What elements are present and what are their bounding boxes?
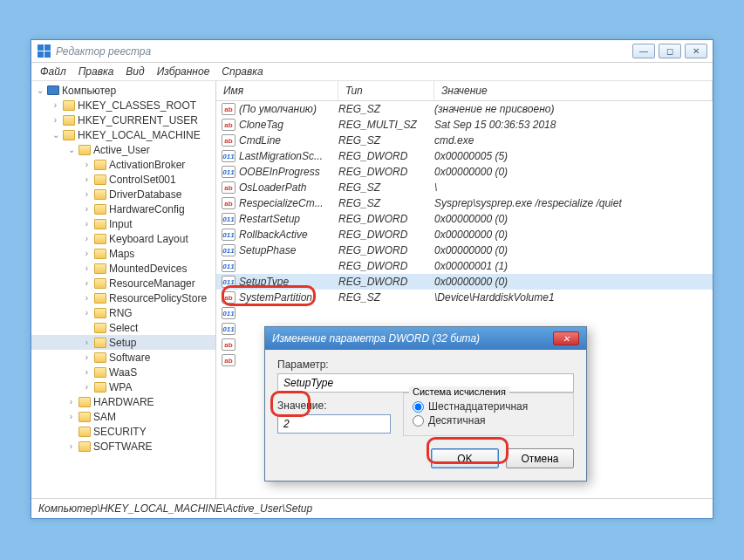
folder-icon [94,308,106,318]
value-input[interactable] [277,414,391,434]
chevron-icon[interactable]: › [82,263,92,273]
chevron-icon[interactable]: › [66,412,76,421]
titlebar: Редактор реестра — ◻ ✕ [31,40,713,63]
tree-item[interactable]: Select [31,320,215,335]
value-row[interactable]: abOsLoaderPathREG_SZ\ [216,180,713,195]
value-type: REG_SZ [338,197,434,209]
tree-item[interactable]: ›Input [31,216,215,231]
chevron-icon[interactable]: › [51,115,60,125]
value-row[interactable]: 011 [216,305,713,321]
tree-item[interactable]: ›ResourcePolicyStore [31,290,215,305]
chevron-down-icon[interactable]: ⌄ [35,85,44,95]
tree-root[interactable]: ⌄ Компьютер [31,83,215,98]
chevron-icon[interactable]: › [82,219,92,229]
tree-item[interactable]: ›HKEY_CURRENT_USER [31,113,215,127]
tree-item[interactable]: ›ResourceManager [31,276,215,290]
folder-icon [94,323,106,333]
tree-item[interactable]: ⌄HKEY_LOCAL_MACHINE [31,127,215,142]
menu-Справка[interactable]: Справка [222,65,263,78]
chevron-icon[interactable]: › [82,204,92,214]
value-row[interactable]: 011REG_DWORD0x00000001 (1) [216,258,713,274]
tree-item[interactable]: ›HardwareConfig [31,201,215,216]
tree-item[interactable]: ›DriverDatabase [31,187,215,201]
value-row[interactable]: 011SetupTypeREG_DWORD0x00000000 (0) [216,274,713,290]
value-data: 0x00000000 (0) [434,244,508,256]
radio-hex[interactable]: Шестнадцатеричная [413,400,564,413]
string-icon: ab [222,181,235,194]
cancel-button[interactable]: Отмена [506,448,574,468]
value-row[interactable]: abCmdLineREG_SZcmd.exe [216,133,713,148]
tree-item[interactable]: ›RNG [31,305,215,320]
value-row[interactable]: abSystemPartitionREG_SZ\Device\HarddiskV… [216,290,713,305]
value-data: 0x00000000 (0) [434,229,508,241]
tree-item[interactable]: ›WaaS [31,365,215,379]
menu-Избранное[interactable]: Избранное [157,65,210,78]
chevron-icon[interactable]: › [82,160,92,169]
tree-item[interactable]: SECURITY [31,424,215,439]
tree-item[interactable]: ›ActivationBroker [31,157,215,172]
chevron-icon[interactable]: › [51,100,60,110]
tree-label: SECURITY [93,426,147,438]
col-value[interactable]: Значение [434,81,713,100]
chevron-icon[interactable]: › [82,234,92,243]
tree-label: SAM [93,411,116,423]
value-name: OOBEInProgress [239,166,338,178]
chevron-icon[interactable]: › [66,397,76,406]
folder-icon [94,263,106,274]
radio-hex-input[interactable] [413,401,424,413]
radio-dec-input[interactable] [413,415,424,427]
minimize-button[interactable]: — [632,44,655,58]
value-name: RestartSetup [239,213,338,225]
folder-icon [94,293,106,304]
chevron-icon[interactable]: › [82,293,92,303]
chevron-icon[interactable]: › [82,174,92,184]
menu-Правка[interactable]: Правка [78,65,114,78]
tree-item[interactable]: ›Setup [31,335,215,350]
col-type[interactable]: Tun [338,81,434,100]
tree-item[interactable]: ›WPA [31,379,215,394]
value-row[interactable]: 011RestartSetupREG_DWORD0x00000000 (0) [216,211,713,227]
chevron-icon[interactable]: ⌄ [51,130,60,140]
tree-item[interactable]: ›MountedDevices [31,261,215,276]
tree-item[interactable]: ›HARDWARE [31,394,215,409]
chevron-icon[interactable]: › [82,189,92,199]
value-row[interactable]: 011OOBEInProgressREG_DWORD0x00000000 (0) [216,164,713,180]
dword-icon: 011 [222,260,235,272]
chevron-icon[interactable]: › [82,338,92,347]
dialog-close-button[interactable]: ✕ [553,331,579,345]
maximize-button[interactable]: ◻ [659,44,681,58]
value-name: (По умолчанию) [239,103,338,115]
tree-label: HardwareConfig [109,203,185,215]
value-row[interactable]: 011LastMigrationSc...REG_DWORD0x00000005… [216,148,713,164]
chevron-icon[interactable]: › [82,382,92,392]
chevron-icon[interactable]: › [82,367,92,377]
value-data: cmd.exe [434,134,474,147]
tree-item[interactable]: ⌄Active_User [31,142,215,157]
chevron-icon[interactable]: › [82,249,92,258]
menu-Файл[interactable]: Файл [40,65,66,78]
tree-item[interactable]: ›Maps [31,246,215,261]
chevron-icon[interactable]: › [82,278,92,288]
tree-item[interactable]: ›SAM [31,409,215,424]
menu-Вид[interactable]: Вид [126,65,144,78]
value-data: Sysprep\sysprep.exe /respecialize /quiet [434,197,622,209]
close-button[interactable]: ✕ [685,44,707,58]
value-row[interactable]: abRespecializeCm...REG_SZSysprep\sysprep… [216,195,713,211]
tree-item[interactable]: ›ControlSet001 [31,172,215,187]
value-row[interactable]: 011SetupPhaseREG_DWORD0x00000000 (0) [216,242,713,258]
tree-item[interactable]: ›SOFTWARE [31,439,215,454]
col-name[interactable]: Имя [216,81,338,100]
value-row[interactable]: 011RollbackActiveREG_DWORD0x00000000 (0) [216,227,713,242]
tree-panel[interactable]: ⌄ Компьютер ›HKEY_CLASSES_ROOT›HKEY_CURR… [31,81,216,498]
value-row[interactable]: abCloneTagREG_MULTI_SZSat Sep 15 00:36:5… [216,117,713,133]
chevron-icon[interactable]: ⌄ [66,145,76,154]
chevron-icon[interactable]: › [82,352,92,362]
ok-button[interactable]: OK [431,448,499,468]
tree-item[interactable]: ›Software [31,350,215,365]
tree-item[interactable]: ›Keyboard Layout [31,231,215,246]
chevron-icon[interactable]: › [82,308,92,318]
chevron-icon[interactable]: › [66,441,76,451]
tree-item[interactable]: ›HKEY_CLASSES_ROOT [31,98,215,113]
radio-dec[interactable]: Десятичная [413,414,564,427]
value-row[interactable]: ab(По умолчанию)REG_SZ(значение не присв… [216,101,713,117]
